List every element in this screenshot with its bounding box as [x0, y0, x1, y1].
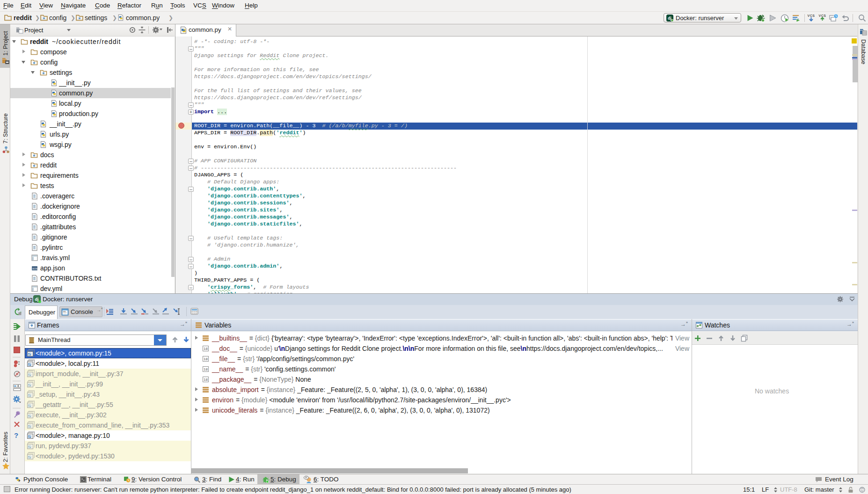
svg-text:18: 18 [204, 367, 208, 371]
svg-text:dj: dj [35, 297, 39, 302]
svg-text:18: 18 [204, 347, 208, 351]
svg-text:dj: dj [668, 16, 671, 21]
svg-text:18: 18 [204, 378, 208, 382]
svg-text:JSON: JSON [32, 268, 37, 270]
svg-text:VCS: VCS [819, 14, 826, 17]
svg-text:18: 18 [204, 357, 208, 361]
svg-text:VCS: VCS [808, 14, 815, 17]
